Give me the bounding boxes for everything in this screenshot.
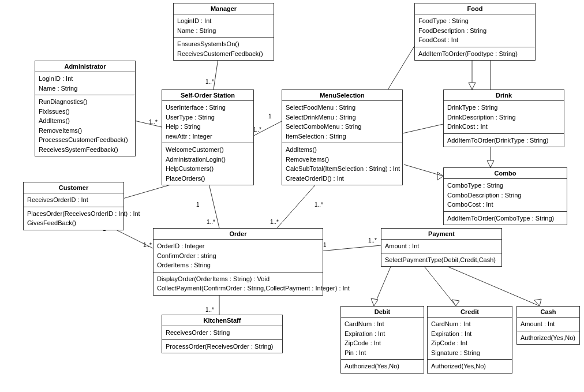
svg-text:1..*: 1..* xyxy=(270,219,279,225)
svg-text:1..*: 1..* xyxy=(205,307,214,313)
svg-marker-26 xyxy=(437,172,443,180)
debit-title: Debit xyxy=(341,307,424,318)
self-order-station-class: Self-Order Station UserInterface : Strin… xyxy=(162,89,254,185)
order-class: Order OrderID : Integer ConfirmOrder : s… xyxy=(153,228,323,296)
order-attributes: OrderID : Integer ConfirmOrder : string … xyxy=(154,240,323,272)
menu-selection-methods: AddItems() RemoveItems() CalcSubTotal(It… xyxy=(282,143,402,185)
self-order-station-title: Self-Order Station xyxy=(162,90,253,101)
self-order-station-methods: WelcomeCustomer() AdministrationLogin() … xyxy=(162,143,253,185)
debit-class: Debit CardNum : Int Expiration : Int Zip… xyxy=(340,306,424,374)
menu-selection-class: MenuSelection SelectFoodMenu : String Se… xyxy=(282,89,403,185)
customer-attributes: ReceivesOrderID : Int xyxy=(24,193,123,207)
debit-methods: Authorized(Yes,No) xyxy=(341,360,424,373)
debit-attributes: CardNum : Int Expiration : Int ZipCode :… xyxy=(341,318,424,360)
svg-marker-40 xyxy=(452,300,459,306)
combo-class: Combo ComboType : String ComboDescriptio… xyxy=(443,167,567,225)
credit-methods: Authorized(Yes,No) xyxy=(428,360,512,373)
menu-selection-title: MenuSelection xyxy=(282,90,402,101)
svg-text:1..*: 1..* xyxy=(207,219,215,225)
food-class: Food FoodType : String FoodDescription :… xyxy=(414,3,536,61)
administrator-methods: RunDiagnostics() FixIssues() AddItems() … xyxy=(35,95,135,156)
svg-text:1..*: 1..* xyxy=(143,242,152,248)
cash-attributes: Amount : Int xyxy=(517,318,579,331)
svg-line-39 xyxy=(421,263,456,306)
kitchen-staff-attributes: ReceivesOrder : String xyxy=(162,326,282,340)
combo-attributes: ComboType : String ComboDescription : St… xyxy=(444,179,567,212)
administrator-class: Administrator LoginID : Int Name : Strin… xyxy=(35,61,136,156)
self-order-station-attributes: UserInterface : String UserType : String… xyxy=(162,101,253,143)
order-methods: DisplayOrder(OrderItems : String) : Void… xyxy=(154,272,323,295)
drink-attributes: DrinkType : String DrinkDescription : St… xyxy=(444,101,564,134)
payment-class: Payment Amount : Int SelectPaymentType(D… xyxy=(381,228,502,267)
manager-title: Manager xyxy=(174,3,274,14)
drink-methods: AddItemToOrder(DrinkType : String) xyxy=(444,134,564,147)
manager-methods: EnsuresSystemIsOn() ReceivesCustomerFeed… xyxy=(174,38,274,60)
customer-class: Customer ReceivesOrderID : Int PlacesOrd… xyxy=(23,182,124,230)
cash-methods: Authorized(Yes,No) xyxy=(517,331,579,345)
svg-text:1..*: 1..* xyxy=(149,119,158,125)
uml-diagram: 1..* 1 1..* 1..* 1..* 1 1 1 1 1..* 1 1..… xyxy=(0,0,584,392)
svg-marker-28 xyxy=(469,83,476,89)
svg-line-15 xyxy=(208,179,219,228)
manager-attributes: LoginID : Int Name : String xyxy=(174,14,274,38)
svg-text:1..*: 1..* xyxy=(315,201,323,208)
drink-class: Drink DrinkType : String DrinkDescriptio… xyxy=(443,89,564,147)
combo-methods: AddItemToOrder(ComboType : String) xyxy=(444,212,567,225)
svg-line-37 xyxy=(374,263,392,306)
food-attributes: FoodType : String FoodDescription : Stri… xyxy=(415,14,535,47)
customer-methods: PlacesOrder(ReceivesOrderID : Int) : Int… xyxy=(24,207,123,230)
svg-text:1..*: 1..* xyxy=(205,79,214,85)
cash-title: Cash xyxy=(517,307,579,318)
customer-title: Customer xyxy=(24,182,123,193)
svg-text:1..*: 1..* xyxy=(253,126,261,133)
svg-text:1..*: 1..* xyxy=(368,237,377,244)
order-title: Order xyxy=(154,229,323,240)
svg-marker-42 xyxy=(534,299,541,306)
svg-line-25 xyxy=(404,165,443,176)
payment-title: Payment xyxy=(381,229,501,240)
kitchen-staff-class: KitchenStaff ReceivesOrder : String Proc… xyxy=(162,315,283,353)
combo-title: Combo xyxy=(444,168,567,179)
svg-line-31 xyxy=(320,245,381,251)
svg-text:1: 1 xyxy=(323,242,327,248)
svg-marker-38 xyxy=(371,298,378,306)
svg-text:1: 1 xyxy=(196,201,200,208)
menu-selection-attributes: SelectFoodMenu : String SelectDrinkMenu … xyxy=(282,101,402,143)
payment-methods: SelectPaymentType(Debit,Credit,Cash) xyxy=(381,253,501,267)
manager-class: Manager LoginID : Int Name : String Ensu… xyxy=(173,3,274,61)
credit-title: Credit xyxy=(428,307,512,318)
svg-text:1: 1 xyxy=(268,113,272,120)
cash-class: Cash Amount : Int Authorized(Yes,No) xyxy=(516,306,580,345)
payment-attributes: Amount : Int xyxy=(381,240,501,253)
kitchen-staff-title: KitchenStaff xyxy=(162,315,282,326)
credit-attributes: CardNum : Int Expiration : Int ZipCode :… xyxy=(428,318,512,360)
administrator-attributes: LoginID : Int Name : String xyxy=(35,72,135,95)
food-methods: AddItemToOrder(Foodtype : String) xyxy=(415,47,535,61)
food-title: Food xyxy=(415,3,535,14)
credit-class: Credit CardNum : Int Expiration : Int Zi… xyxy=(427,306,512,374)
svg-marker-30 xyxy=(487,160,494,167)
kitchen-staff-methods: ProcessOrder(ReceivesOrder : String) xyxy=(162,340,282,353)
administrator-title: Administrator xyxy=(35,61,135,72)
drink-title: Drink xyxy=(444,90,564,101)
svg-line-41 xyxy=(439,263,540,306)
